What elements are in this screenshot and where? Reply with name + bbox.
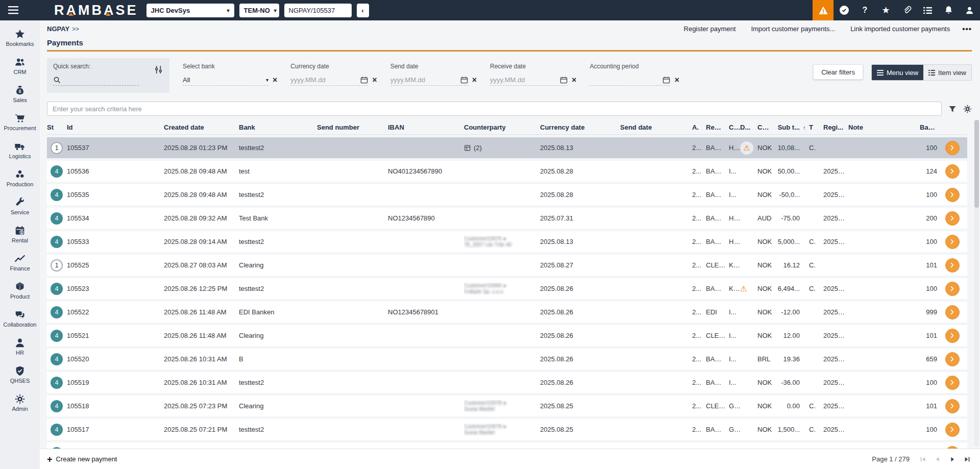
sidebar-item-rental[interactable]: $Rental bbox=[0, 220, 40, 248]
create-new-payment-button[interactable]: + Create new payment bbox=[47, 455, 117, 464]
open-payment-button[interactable] bbox=[945, 211, 960, 226]
advanced-filters-button[interactable] bbox=[154, 65, 163, 75]
more-actions-button[interactable]: ••• bbox=[962, 24, 972, 33]
sidebar-item-sales[interactable]: $Sales bbox=[0, 80, 40, 108]
column-header-id[interactable]: Id bbox=[67, 124, 164, 131]
back-button[interactable]: ‹ bbox=[357, 4, 369, 17]
open-payment-button[interactable] bbox=[945, 235, 960, 249]
column-header-cr[interactable]: Cr... bbox=[729, 124, 740, 131]
item-view-button[interactable]: Item view bbox=[923, 65, 971, 80]
column-header-note[interactable]: Note bbox=[848, 124, 920, 131]
column-header-send-date[interactable]: Send date bbox=[620, 124, 692, 131]
open-payment-button[interactable] bbox=[945, 399, 960, 413]
vertical-scrollbar[interactable] bbox=[974, 120, 979, 447]
payment-row[interactable]: 41055332025.08.28 09:14 AMtesttest2Custo… bbox=[47, 231, 967, 252]
calendar-icon[interactable] bbox=[360, 76, 368, 84]
payment-row[interactable]: 41055362025.08.28 09:48 AMtestNO40123456… bbox=[47, 161, 967, 182]
sidebar-item-bookmarks[interactable]: Bookmarks bbox=[0, 23, 40, 52]
open-payment-button[interactable] bbox=[945, 141, 960, 155]
topbar-notifications-button[interactable] bbox=[938, 0, 959, 20]
sidebar-item-admin[interactable]: Admin bbox=[0, 388, 40, 416]
column-header-bank[interactable]: Bank bbox=[239, 124, 317, 131]
sidebar-item-product[interactable]: Product bbox=[0, 276, 40, 304]
payment-row[interactable]: 41055182025.08.25 07:23 PMClearingCustom… bbox=[47, 396, 967, 416]
clear-accounting-period-button[interactable]: × bbox=[674, 76, 679, 84]
column-header-st[interactable]: St bbox=[47, 124, 67, 131]
currency-date-input[interactable]: yyyy.MM.dd bbox=[290, 75, 368, 86]
column-header-currency[interactable]: Cur... bbox=[757, 124, 775, 131]
column-header-created-date[interactable]: Created date bbox=[164, 124, 239, 131]
clear-currency-date-button[interactable]: × bbox=[372, 76, 377, 84]
column-header-iban[interactable]: IBAN bbox=[388, 124, 464, 131]
column-header-sub-total[interactable]: Sub t... bbox=[775, 124, 803, 131]
payment-row[interactable]: 41055192025.08.26 10:31 AMtesttest22025.… bbox=[47, 372, 967, 393]
open-payment-button[interactable] bbox=[945, 329, 960, 343]
column-header-a[interactable]: A. bbox=[692, 124, 706, 131]
rambase-logo[interactable]: RAMBASE bbox=[54, 4, 138, 17]
next-page-button[interactable] bbox=[947, 454, 958, 465]
register-payment-link[interactable]: Register payment bbox=[684, 25, 736, 33]
previous-page-button[interactable] bbox=[932, 454, 943, 465]
clear-receive-date-button[interactable]: × bbox=[572, 76, 576, 84]
payment-row[interactable]: 41055202025.08.26 10:31 AMB2025.08.262..… bbox=[47, 349, 967, 369]
column-header-d[interactable]: D... bbox=[740, 124, 757, 131]
last-page-button[interactable] bbox=[962, 454, 973, 465]
scrollbar-thumb[interactable] bbox=[974, 120, 979, 208]
send-date-input[interactable]: yyyy.MM.dd bbox=[390, 75, 468, 86]
column-header-t[interactable]: T bbox=[809, 124, 823, 131]
object-locator-input[interactable]: NGPAY/105537 bbox=[284, 4, 352, 17]
open-payment-button[interactable] bbox=[945, 305, 960, 319]
open-payment-button[interactable] bbox=[945, 188, 960, 202]
topbar-tasks-button[interactable] bbox=[917, 0, 938, 20]
topbar-user-button[interactable] bbox=[959, 0, 980, 20]
topbar-favorites-button[interactable]: ★ bbox=[875, 0, 896, 20]
sidebar-item-production[interactable]: Production bbox=[0, 164, 40, 192]
clear-send-date-button[interactable]: × bbox=[472, 76, 477, 84]
column-header-registered[interactable]: Regi... bbox=[823, 124, 848, 131]
topbar-help-button[interactable]: ? bbox=[854, 0, 875, 20]
clear-filters-button[interactable]: Clear filters bbox=[813, 64, 863, 80]
open-payment-button[interactable] bbox=[945, 376, 960, 390]
search-criteria-input[interactable] bbox=[47, 102, 942, 116]
payment-row[interactable]: 41055212025.08.26 11:48 AMClearing2025.0… bbox=[47, 325, 967, 346]
sidebar-item-service[interactable]: Service bbox=[0, 192, 40, 220]
column-header-currency-date[interactable]: Currency date bbox=[540, 124, 620, 131]
select-bank-dropdown[interactable]: All ▾ bbox=[183, 75, 268, 86]
payment-row[interactable]: 41055172025.08.25 07:21 PMtesttest2Custo… bbox=[47, 419, 967, 440]
payment-row[interactable]: 41055342025.08.28 09:32 AMTest BankNO123… bbox=[47, 208, 967, 229]
quick-search-input[interactable] bbox=[53, 75, 139, 86]
filter-funnel-button[interactable] bbox=[948, 105, 957, 113]
menu-hamburger-button[interactable] bbox=[0, 0, 27, 20]
table-settings-button[interactable] bbox=[963, 105, 972, 113]
payment-row[interactable]: 41055222025.08.26 11:48 AMEDI BankenNO12… bbox=[47, 302, 967, 323]
calendar-icon[interactable] bbox=[560, 76, 568, 84]
breadcrumb[interactable]: NGPAY>> bbox=[47, 25, 79, 33]
column-header-bank-account[interactable]: Ban... bbox=[920, 124, 940, 131]
calendar-icon[interactable] bbox=[460, 76, 468, 84]
payment-row[interactable]: 11055252025.08.27 08:03 AMClearing2025.0… bbox=[47, 255, 967, 276]
menu-view-button[interactable]: Menu view bbox=[872, 65, 923, 80]
sidebar-item-collaboration[interactable]: Collaboration bbox=[0, 304, 40, 332]
payment-row[interactable]: 41055232025.08.26 12:25 PMtesttest2Custo… bbox=[47, 278, 967, 299]
company-select[interactable]: TEM-NO ▾ bbox=[239, 4, 279, 17]
open-payment-button[interactable] bbox=[945, 258, 960, 273]
topbar-alert-button[interactable] bbox=[813, 0, 834, 20]
import-customer-payments-link[interactable]: Import customer payments... bbox=[751, 25, 835, 33]
clear-bank-button[interactable]: × bbox=[273, 76, 277, 84]
system-select[interactable]: JHC DevSys ▾ bbox=[146, 4, 234, 17]
open-payment-button[interactable] bbox=[945, 352, 960, 366]
sidebar-item-crm[interactable]: CRM bbox=[0, 52, 40, 80]
open-payment-button[interactable] bbox=[945, 164, 960, 179]
topbar-approval-button[interactable] bbox=[834, 0, 854, 20]
first-page-button[interactable] bbox=[917, 454, 928, 465]
receive-date-input[interactable]: yyyy.MM.dd bbox=[490, 75, 568, 86]
sidebar-item-finance[interactable]: Finance bbox=[0, 248, 40, 276]
sidebar-item-logistics[interactable]: Logistics bbox=[0, 136, 40, 164]
column-header-remittance[interactable]: Remi... bbox=[706, 124, 729, 131]
accounting-period-input[interactable] bbox=[590, 75, 670, 86]
topbar-attachments-button[interactable] bbox=[896, 0, 917, 20]
open-payment-button[interactable] bbox=[945, 282, 960, 296]
open-payment-button[interactable] bbox=[945, 423, 960, 437]
link-imported-customer-payments-link[interactable]: Link imported customer payments bbox=[850, 25, 950, 33]
calendar-icon[interactable] bbox=[663, 76, 670, 84]
